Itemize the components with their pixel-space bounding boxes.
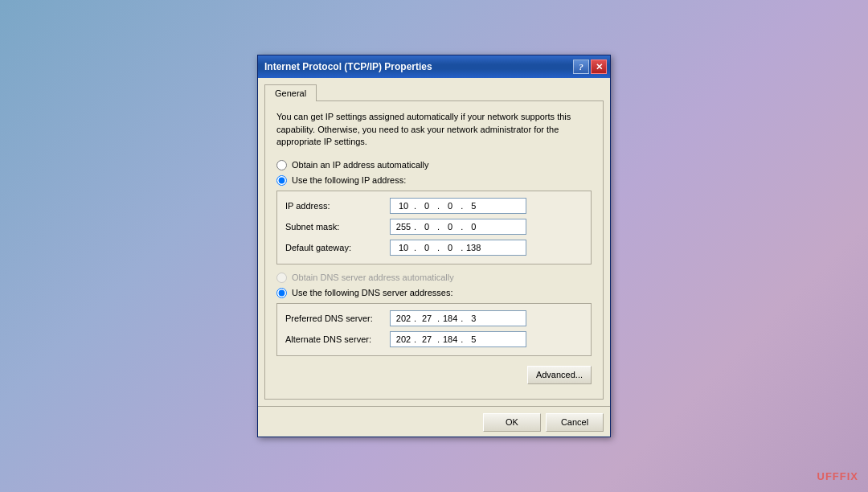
advanced-button[interactable]: Advanced... bbox=[527, 366, 592, 384]
subnet-o2[interactable] bbox=[417, 222, 436, 232]
pdns-o1[interactable] bbox=[394, 314, 413, 323]
subnet-o3[interactable] bbox=[440, 222, 460, 232]
radio-manual-dns-label: Use the following DNS server addresses: bbox=[292, 288, 453, 297]
gw-o1[interactable] bbox=[394, 243, 413, 252]
ip-o4[interactable] bbox=[464, 201, 483, 211]
gateway-field[interactable]: . . . bbox=[390, 240, 526, 256]
radio-auto-dns-input[interactable] bbox=[276, 273, 287, 283]
preferred-dns-row: Preferred DNS server: . . . bbox=[285, 310, 583, 326]
alternate-dns-field[interactable]: . . . bbox=[390, 331, 526, 347]
preferred-dns-field[interactable]: . . . bbox=[390, 310, 526, 326]
gateway-row: Default gateway: . . . bbox=[285, 240, 583, 256]
pdns-o2[interactable] bbox=[417, 314, 436, 323]
ip-address-label: IP address: bbox=[285, 201, 390, 211]
window-content: General You can get IP settings assigned… bbox=[258, 78, 610, 405]
alternate-dns-row: Alternate DNS server: . . . bbox=[285, 331, 583, 347]
radio-manual-dns-input[interactable] bbox=[276, 288, 287, 298]
advanced-row: Advanced... bbox=[276, 366, 592, 384]
dialog-window: Internet Protocol (TCP/IP) Properties ? … bbox=[257, 55, 611, 437]
radio-auto-ip[interactable]: Obtain an IP address automatically bbox=[276, 160, 592, 170]
subnet-mask-row: Subnet mask: . . . bbox=[285, 219, 583, 235]
description-text: You can get IP settings assigned automat… bbox=[276, 111, 592, 148]
dns-section: Preferred DNS server: . . . Alternate DN… bbox=[276, 303, 592, 356]
preferred-dns-label: Preferred DNS server: bbox=[285, 314, 390, 323]
gw-o4[interactable] bbox=[464, 243, 483, 252]
ip-address-field[interactable]: . . . bbox=[390, 198, 526, 214]
panel-general: You can get IP settings assigned automat… bbox=[264, 101, 604, 399]
bottom-buttons: OK Cancel bbox=[258, 406, 610, 437]
ip-o3[interactable] bbox=[440, 201, 460, 211]
gw-o2[interactable] bbox=[417, 243, 436, 252]
ip-o2[interactable] bbox=[417, 201, 436, 211]
subnet-o1[interactable] bbox=[394, 222, 413, 232]
help-button[interactable]: ? bbox=[573, 59, 589, 74]
adns-o3[interactable] bbox=[440, 334, 460, 344]
cancel-button[interactable]: Cancel bbox=[546, 413, 604, 432]
ok-button[interactable]: OK bbox=[483, 413, 541, 432]
ip-address-row: IP address: . . . bbox=[285, 198, 583, 214]
subnet-o4[interactable] bbox=[464, 222, 483, 232]
gw-o3[interactable] bbox=[440, 243, 460, 252]
subnet-mask-field[interactable]: . . . bbox=[390, 219, 526, 235]
tab-general[interactable]: General bbox=[264, 84, 317, 101]
adns-o1[interactable] bbox=[394, 334, 413, 344]
title-bar-text: Internet Protocol (TCP/IP) Properties bbox=[264, 61, 573, 72]
radio-auto-ip-label: Obtain an IP address automatically bbox=[292, 160, 428, 170]
radio-manual-ip-input[interactable] bbox=[276, 175, 287, 186]
close-button[interactable]: ✕ bbox=[591, 59, 607, 74]
adns-o4[interactable] bbox=[464, 334, 483, 344]
tab-bar: General bbox=[264, 84, 604, 101]
radio-auto-dns-label: Obtain DNS server address automatically bbox=[292, 273, 454, 282]
gateway-label: Default gateway: bbox=[285, 243, 390, 252]
ip-section: IP address: . . . Subnet mask: bbox=[276, 191, 592, 264]
adns-o2[interactable] bbox=[417, 334, 436, 344]
title-bar: Internet Protocol (TCP/IP) Properties ? … bbox=[258, 55, 610, 78]
title-bar-buttons: ? ✕ bbox=[573, 59, 607, 74]
alternate-dns-label: Alternate DNS server: bbox=[285, 334, 390, 344]
radio-manual-ip[interactable]: Use the following IP address: bbox=[276, 175, 592, 186]
watermark: UFFFIX bbox=[817, 470, 858, 482]
pdns-o3[interactable] bbox=[440, 314, 460, 323]
subnet-mask-label: Subnet mask: bbox=[285, 222, 390, 232]
ip-o1[interactable] bbox=[394, 201, 413, 211]
radio-auto-dns[interactable]: Obtain DNS server address automatically bbox=[276, 273, 592, 283]
radio-auto-ip-input[interactable] bbox=[276, 160, 287, 170]
radio-manual-ip-label: Use the following IP address: bbox=[292, 175, 406, 185]
pdns-o4[interactable] bbox=[464, 314, 483, 323]
radio-manual-dns[interactable]: Use the following DNS server addresses: bbox=[276, 288, 592, 298]
